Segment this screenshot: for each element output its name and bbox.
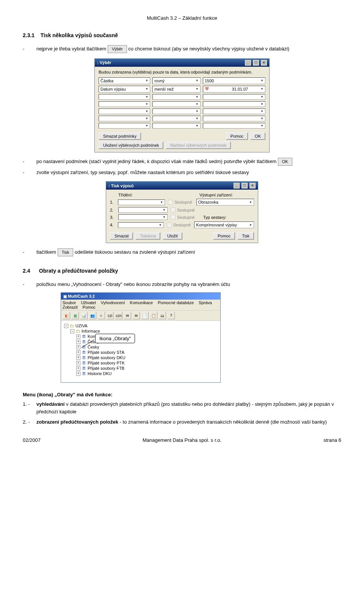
desc-checkbox-4[interactable]: Sestupně [167,223,191,228]
toolbar-icon-1[interactable]: ◧ [63,312,70,319]
toolbar-icon-7[interactable]: czn [115,312,122,319]
list-num-2: 2. - [23,418,36,426]
menu-soubor[interactable]: Soubor [63,300,76,305]
menu-vyhodnoceni[interactable]: Vyhodnocení [101,300,125,305]
menu-komunikace[interactable]: Komunikace [130,300,153,305]
field-select-6[interactable]: ▼ [99,116,150,121]
chevron-down-icon: ▼ [145,110,148,113]
toolbar-icon-13[interactable]: ? [167,312,175,319]
typ-sestavy-label: Typ sestavy: [200,215,241,220]
toolbar-icon-2[interactable]: ▦ [71,312,79,319]
chevron-down-icon: ▼ [145,79,148,82]
val-select-4[interactable]: ▼ [203,101,265,107]
tree-ftb[interactable]: + 🖹 Přijaté soubory FTB [64,366,217,371]
callout-ikona-obraty: Ikona „Obraty" [95,334,135,343]
desc-checkbox-1[interactable]: Sestupně [168,200,193,205]
toolbar-icon-12[interactable]: 🗂 [158,312,166,319]
expand-icon[interactable]: + [76,372,80,376]
sort-select-4[interactable]: ▼ [118,222,164,228]
op-select-5[interactable]: ▼ [152,108,200,114]
pomoc-button[interactable]: Pomoc [226,132,248,140]
pomoc-button[interactable]: Pomoc [213,232,235,240]
tisk-title: : Tisk výpisů [108,184,133,188]
expand-icon[interactable]: + [76,361,80,365]
sort-select-3[interactable]: ▼ [118,214,168,220]
output-select[interactable]: Obrazovka▼ [196,199,254,206]
toolbar-icon-6[interactable]: czi [106,312,114,319]
field-select-5[interactable]: ▼ [99,108,150,114]
tree-ptk[interactable]: + 🖹 Přijaté soubory PTK [64,360,217,366]
op-select-6[interactable]: ▼ [152,116,200,121]
menu-zobrazit[interactable]: Zobrazit [63,305,78,309]
collapse-icon[interactable]: − [64,324,68,328]
tisk-window: : Tisk výpisů _ □ × Třídění: Výstupní za… [106,181,258,243]
toolbar-icon-11[interactable]: 📋 [150,312,157,319]
val-select-5[interactable]: ▼ [203,108,265,114]
op-select-2[interactable]: menší než▼ [152,86,200,93]
ulozit-button[interactable]: Uložit [163,232,182,240]
tree-sta[interactable]: + 🖹 Přijaté soubory STA [64,350,217,355]
ok-button[interactable]: OK [250,132,265,140]
tree-cesky2[interactable]: + 🖹 Česky [64,344,217,350]
toolbar-icon-9[interactable]: ✉ [132,312,140,319]
folder-icon: 🗀 [76,329,80,333]
field-select-1[interactable]: Částka▼ [99,77,150,84]
close-icon[interactable]: × [249,183,256,188]
field-select-7[interactable]: ▼ [99,123,150,129]
op-select-4[interactable]: ▼ [152,101,200,107]
toolbar-icon-8[interactable]: ✉ [124,312,131,319]
maximize-icon[interactable]: □ [242,183,248,188]
sort-select-2[interactable]: ▼ [118,207,168,213]
chk-label: Sestupně [177,208,195,212]
tree-root[interactable]: − 🗀 UZIVA [64,323,217,328]
expand-icon[interactable]: + [76,350,80,355]
tree-informace[interactable]: − 🗀 Informace [64,328,217,334]
expand-icon[interactable]: + [76,340,80,344]
op-select-3[interactable]: ▼ [152,94,200,100]
menu-sprava[interactable]: Správa [199,300,212,305]
tree-hist[interactable]: + 🖹 Historie DKU [64,371,217,376]
tree-dku[interactable]: + 🖹 Přijaté soubory DKU [64,355,217,360]
expand-icon[interactable]: + [76,334,80,339]
expand-icon[interactable]: + [76,345,80,349]
minimize-icon[interactable]: _ [245,60,251,66]
toolbar-icon-10[interactable]: 📄 [141,312,149,319]
val-select-1[interactable]: 1500▼ [203,77,265,84]
smazat-button[interactable]: Smazat [110,232,133,240]
smazat-podminky-button[interactable]: Smazat podmínky [99,132,141,140]
menu-pomoc[interactable]: Pomoc [83,305,96,309]
expand-icon[interactable]: + [76,356,80,360]
typ-sestavy-select[interactable]: Komprimované výpisy▼ [194,221,254,228]
val-select-3[interactable]: ▼ [203,94,265,100]
op-select-7[interactable]: ▼ [152,123,200,129]
val-select-7[interactable]: ▼ [203,123,265,129]
ulozeni-podminek-button[interactable]: Uložení výběrových podmínek [99,141,163,149]
field-select-4[interactable]: ▼ [99,101,150,107]
val-select-6[interactable]: ▼ [203,116,265,121]
chevron-down-icon: ▼ [163,215,166,219]
desc-checkbox-3[interactable]: Sestupně [171,215,197,220]
field-select-2[interactable]: Datum výpisu▼ [99,86,150,93]
tree-komunik[interactable]: + 🖹 Komunik [64,334,217,339]
desc-checkbox-2[interactable]: Sestupně [171,207,197,212]
nacteni-podminek-button[interactable]: Načtení výběrových podmínek [166,141,231,149]
val-select-2[interactable]: 📅 31.01.07▼ [203,86,265,93]
collapse-icon[interactable]: − [70,329,74,333]
sort-select-1[interactable]: ▼ [118,199,165,205]
tisk-button[interactable]: Tisk [237,232,254,240]
toolbar-icon-obraty[interactable]: 📊 [80,312,88,319]
trideni-header: Třídění: [118,193,164,197]
op-select-1[interactable]: rovný▼ [152,77,200,84]
tiskarna-button[interactable]: Tiskárna [135,232,160,240]
minimize-icon[interactable]: _ [234,183,240,188]
toolbar-icon-5[interactable]: ≡ [97,312,105,319]
close-icon[interactable]: × [261,60,267,66]
toolbar-icon-4[interactable]: 👥 [89,312,96,319]
expand-icon[interactable]: + [76,366,80,371]
section-24-heading: Obraty a předúčtované položky [39,268,118,274]
menu-pomocne-databaze[interactable]: Pomocné databáze [158,300,194,305]
vyber-titlebar: : Výběr _ □ × [95,59,269,67]
maximize-icon[interactable]: □ [253,60,259,66]
menu-uzivatel[interactable]: Uživatel [81,300,96,305]
field-select-3[interactable]: ▼ [99,94,150,100]
